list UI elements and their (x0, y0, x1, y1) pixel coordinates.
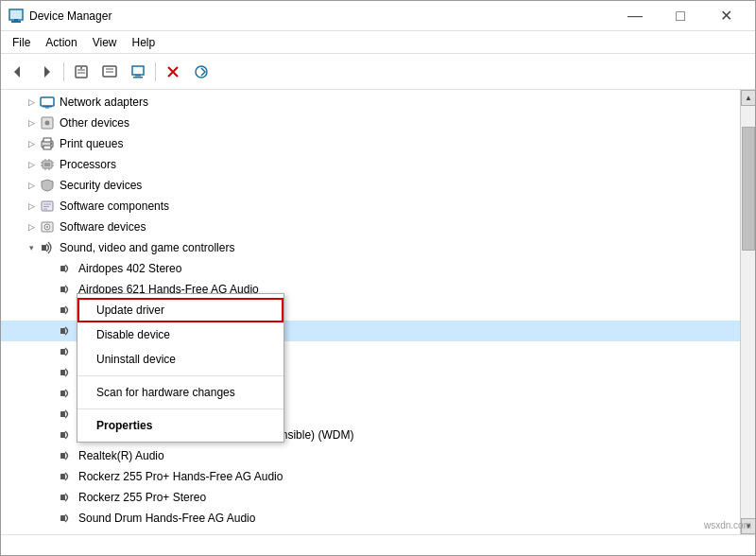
tree-item-sound[interactable]: ▾ Sound, video and game controllers (1, 237, 740, 258)
child7-icon (58, 386, 75, 401)
svg-rect-26 (43, 146, 51, 149)
expand-icon-airdopes-621-hf (43, 282, 58, 297)
tree-label-nvidia-virtual: Realtek(R) Audio (78, 449, 164, 462)
tree-item-processors[interactable]: ▷ Processors (1, 154, 740, 175)
close-button[interactable]: ✕ (704, 1, 747, 31)
context-menu-sep2 (77, 408, 284, 409)
svg-rect-49 (60, 328, 65, 334)
tree-label-sounddrum-hf: Sound Drum Stereo (78, 532, 179, 534)
device-manager-window: Device Manager — □ ✕ File Action View He… (0, 0, 756, 556)
processors-icon (39, 157, 56, 172)
svg-rect-15 (133, 77, 143, 78)
expand-icon-child8 (43, 407, 58, 422)
tree-item-sounddrum-hf[interactable]: Sound Drum Stereo (1, 529, 740, 534)
tree-item-realtek[interactable]: Rockerz 255 Pro+ Hands-Free AG Audio (1, 466, 740, 487)
context-menu-update-driver[interactable]: Update driver (77, 298, 284, 322)
menu-view[interactable]: View (85, 32, 125, 53)
svg-rect-57 (60, 495, 65, 500)
svg-rect-54 (60, 432, 65, 438)
airdopes-selected-icon (58, 323, 75, 339)
device-manager-button[interactable] (125, 59, 151, 85)
tree-item-other[interactable]: ▷ Other devices (1, 113, 740, 133)
print-icon (39, 136, 56, 151)
airdopes-621-stereo-icon (58, 303, 75, 318)
nvidia-virtual-icon (58, 448, 75, 463)
remove-button[interactable] (160, 59, 186, 85)
nvidia-hd-icon (58, 427, 75, 443)
child8-icon (58, 407, 75, 422)
expand-icon-rockerz-stereo (43, 511, 58, 526)
svg-point-44 (46, 226, 48, 228)
scrollbar-thumb[interactable] (742, 127, 755, 251)
svg-point-23 (45, 121, 50, 126)
child6-icon (58, 365, 75, 380)
context-menu-properties[interactable]: Properties (77, 413, 284, 438)
scrollbar[interactable]: ▲ ▼ (740, 90, 755, 534)
expand-icon-child6 (43, 365, 58, 380)
menu-bar: File Action View Help (1, 31, 755, 54)
context-menu-disable[interactable]: Disable device (77, 322, 284, 347)
tree-item-security[interactable]: ▷ Security devices (1, 175, 740, 196)
expand-icon-other: ▷ (24, 115, 39, 130)
minimize-button[interactable]: — (613, 1, 657, 31)
status-bar (1, 534, 755, 555)
update-driver-button[interactable] (96, 59, 123, 85)
sounddrum-hf-icon (58, 531, 75, 534)
tree-label-sound: Sound, video and game controllers (60, 241, 234, 254)
properties-button[interactable] (68, 59, 94, 85)
sound-icon (39, 240, 56, 255)
expand-icon-processors: ▷ (24, 157, 39, 172)
svg-rect-21 (45, 108, 49, 109)
scan-changes-button[interactable] (188, 59, 215, 85)
tree-item-airdopes-402[interactable]: Airdopes 402 Stereo (1, 258, 740, 279)
tree-label-sw-components: Software components (60, 200, 169, 213)
svg-marker-5 (44, 66, 50, 78)
airdopes-621-hf-icon (58, 282, 75, 297)
other-icon (39, 115, 56, 130)
scroll-up-button[interactable]: ▲ (741, 90, 755, 106)
sw-devices-icon (39, 219, 56, 235)
svg-marker-4 (14, 66, 20, 78)
expand-icon-sw-components: ▷ (24, 199, 39, 214)
window-title: Device Manager (29, 9, 613, 23)
forward-button[interactable] (33, 59, 60, 85)
svg-rect-1 (11, 21, 21, 23)
tree-label-other: Other devices (60, 116, 129, 130)
child5-icon (58, 344, 75, 359)
expand-icon-child7 (43, 386, 58, 401)
tree-item-rockerz-stereo[interactable]: Sound Drum Hands-Free AG Audio (1, 508, 740, 529)
context-menu-scan[interactable]: Scan for hardware changes (77, 380, 284, 405)
tree-item-print[interactable]: ▷ Print queues (1, 133, 740, 154)
scrollbar-track[interactable] (741, 106, 755, 518)
tree-item-sw-devices[interactable]: ▷ Software devices (1, 217, 740, 237)
svg-rect-55 (60, 453, 65, 459)
tree-item-rockerz-hf[interactable]: Rockerz 255 Pro+ Stereo (1, 487, 740, 508)
expand-icon-child5 (43, 344, 58, 359)
menu-file[interactable]: File (5, 32, 38, 53)
scroll-down-button[interactable]: ▼ (741, 518, 755, 534)
menu-help[interactable]: Help (125, 32, 163, 53)
svg-rect-58 (60, 515, 65, 521)
svg-rect-48 (60, 307, 65, 313)
context-menu-uninstall[interactable]: Uninstall device (77, 347, 284, 372)
expand-icon-rockerz-hf (43, 490, 58, 505)
sw-components-icon (39, 199, 56, 214)
svg-point-9 (80, 67, 82, 69)
menu-action[interactable]: Action (38, 32, 84, 53)
tree-label-realtek: Rockerz 255 Pro+ Hands-Free AG Audio (78, 470, 283, 483)
expand-icon-print: ▷ (24, 136, 39, 151)
maximize-button[interactable]: □ (659, 1, 702, 31)
expand-icon-sound: ▾ (24, 240, 39, 255)
toolbar-separator-1 (63, 62, 64, 81)
title-bar: Device Manager — □ ✕ (1, 1, 755, 31)
tree-item-network[interactable]: ▷ Network adapters (1, 92, 740, 113)
tree-label-network: Network adapters (60, 96, 148, 109)
svg-rect-53 (60, 411, 65, 417)
svg-rect-38 (42, 201, 53, 211)
svg-rect-47 (60, 287, 65, 292)
svg-rect-45 (42, 245, 46, 251)
tree-item-nvidia-virtual[interactable]: Realtek(R) Audio (1, 445, 740, 466)
tree-item-sw-components[interactable]: ▷ Software components (1, 196, 740, 217)
expand-icon-realtek (43, 469, 58, 484)
back-button[interactable] (5, 59, 31, 85)
